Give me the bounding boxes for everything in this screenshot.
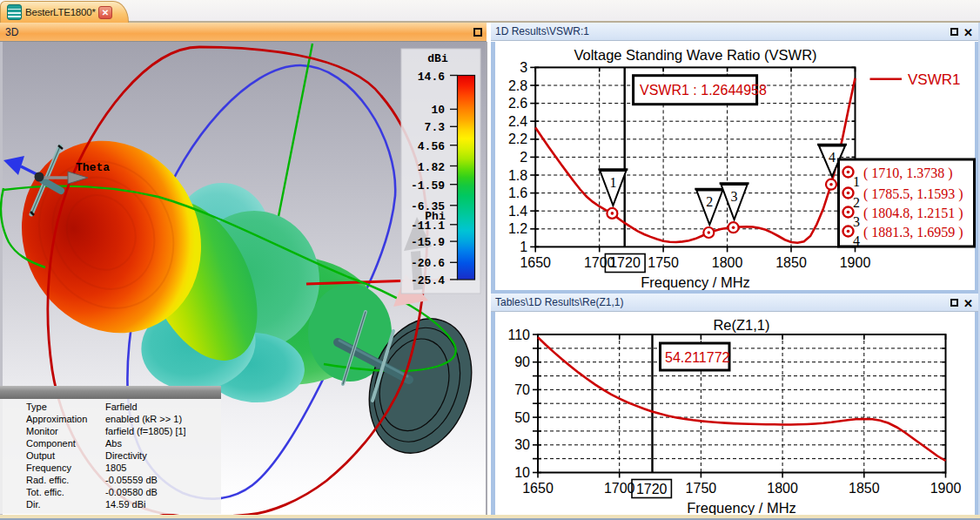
svg-text:4: 4 xyxy=(853,233,860,248)
svg-text:1.8: 1.8 xyxy=(508,168,527,183)
svg-text:( 1785.5, 1.1593 ): ( 1785.5, 1.1593 ) xyxy=(863,186,963,202)
svg-text:3: 3 xyxy=(520,60,527,75)
svg-text:1650: 1650 xyxy=(520,255,551,270)
svg-text:4: 4 xyxy=(829,150,836,165)
svg-text:1900: 1900 xyxy=(840,255,871,270)
svg-text:-20.6: -20.6 xyxy=(411,257,445,270)
svg-text:2: 2 xyxy=(520,150,527,165)
svg-text:70: 70 xyxy=(514,382,530,397)
svg-text:7.3: 7.3 xyxy=(425,121,446,134)
svg-text:54.211772: 54.211772 xyxy=(665,350,730,365)
svg-text:Voltage Standing Wave Ratio (V: Voltage Standing Wave Ratio (VSWR) xyxy=(574,47,816,63)
svg-text:10: 10 xyxy=(431,104,445,117)
svg-text:1.82: 1.82 xyxy=(418,161,445,174)
svg-text:3: 3 xyxy=(731,189,738,204)
svg-text:2: 2 xyxy=(706,194,713,209)
svg-text:1800: 1800 xyxy=(767,481,798,496)
svg-text:-25.4: -25.4 xyxy=(411,274,445,287)
svg-text:VSWR1: VSWR1 xyxy=(908,71,960,88)
svg-text:110: 110 xyxy=(507,328,530,342)
svg-text:1: 1 xyxy=(520,240,527,254)
svg-text:1750: 1750 xyxy=(648,255,679,270)
svg-text:1720: 1720 xyxy=(636,482,668,496)
svg-text:50: 50 xyxy=(514,410,530,425)
svg-text:-15.9: -15.9 xyxy=(411,236,445,249)
svg-text:1.2: 1.2 xyxy=(508,221,527,236)
svg-text:Frequency / MHz: Frequency / MHz xyxy=(641,274,750,290)
svg-text:14.6: 14.6 xyxy=(418,71,445,84)
svg-text:-1.59: -1.59 xyxy=(411,179,445,192)
svg-text:3: 3 xyxy=(853,214,860,229)
svg-text:Theta: Theta xyxy=(76,161,110,174)
svg-text:1850: 1850 xyxy=(849,481,880,496)
svg-text:( 1804.8, 1.2151 ): ( 1804.8, 1.2151 ) xyxy=(863,206,963,221)
svg-text:1650: 1650 xyxy=(522,481,554,496)
svg-text:30: 30 xyxy=(514,437,530,452)
svg-text:2.4: 2.4 xyxy=(508,114,527,129)
svg-text:2.8: 2.8 xyxy=(508,78,527,93)
svg-text:90: 90 xyxy=(514,355,530,369)
svg-text:Re(Z1,1): Re(Z1,1) xyxy=(713,317,769,333)
svg-text:2: 2 xyxy=(853,195,860,210)
svg-text:1720: 1720 xyxy=(609,255,641,270)
svg-text:1750: 1750 xyxy=(686,481,717,496)
svg-text:10: 10 xyxy=(514,465,530,480)
svg-text:Frequency / MHz: Frequency / MHz xyxy=(687,500,796,515)
svg-text:1.6: 1.6 xyxy=(508,186,527,200)
svg-text:1.4: 1.4 xyxy=(508,204,527,219)
svg-text:1850: 1850 xyxy=(775,255,807,270)
svg-text:1800: 1800 xyxy=(712,255,743,270)
svg-text:1700: 1700 xyxy=(604,481,635,496)
svg-text:( 1881.3, 1.6959 ): ( 1881.3, 1.6959 ) xyxy=(863,225,963,240)
svg-text:1: 1 xyxy=(853,174,860,189)
svg-text:2.2: 2.2 xyxy=(508,132,527,146)
svg-text:Phi: Phi xyxy=(425,210,446,223)
svg-text:( 1710, 1.3738 ): ( 1710, 1.3738 ) xyxy=(863,165,953,181)
svg-text:VSWR1 : 1.2644958: VSWR1 : 1.2644958 xyxy=(640,83,767,98)
svg-text:dBi: dBi xyxy=(427,52,448,65)
svg-text:4.56: 4.56 xyxy=(418,140,445,153)
svg-text:1900: 1900 xyxy=(930,481,962,496)
svg-text:1: 1 xyxy=(609,175,616,190)
svg-text:2.6: 2.6 xyxy=(508,96,527,111)
